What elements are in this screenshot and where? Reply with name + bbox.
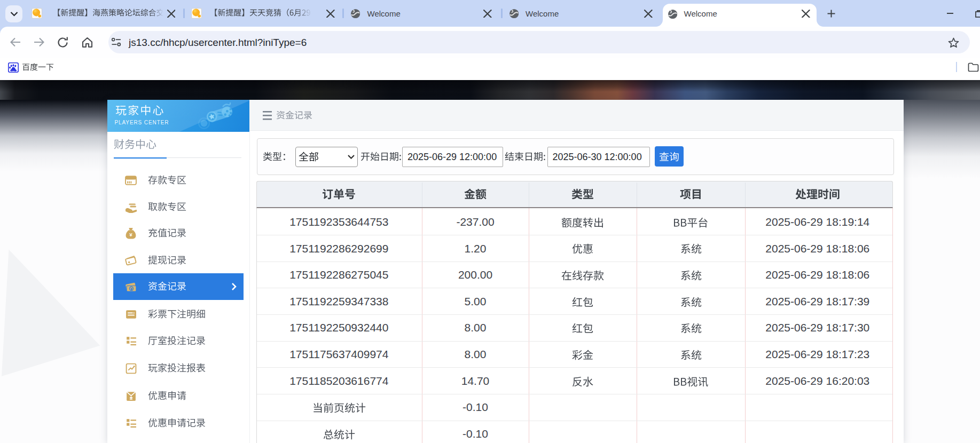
svg-text:¥: ¥ bbox=[129, 232, 132, 238]
svg-text:¥: ¥ bbox=[130, 287, 133, 291]
